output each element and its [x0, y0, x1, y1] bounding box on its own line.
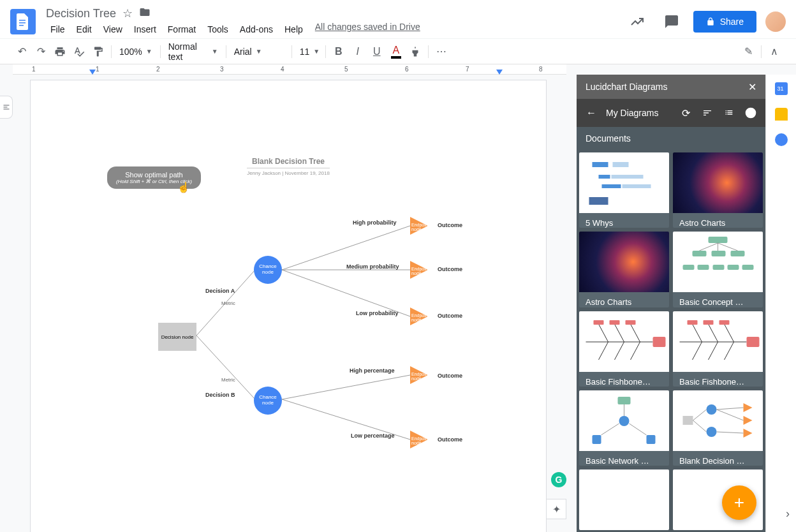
share-button[interactable]: Share [693, 11, 756, 33]
comments-icon[interactable] [659, 9, 684, 34]
metric-label-a: Metric [221, 300, 235, 306]
close-icon[interactable]: ✕ [748, 81, 756, 93]
activity-icon[interactable] [624, 9, 650, 34]
svg-marker-64 [744, 429, 753, 438]
menu-view[interactable]: View [99, 22, 127, 37]
svg-rect-55 [647, 435, 656, 444]
decision-node: Decision node [158, 323, 196, 351]
calendar-icon[interactable] [775, 82, 788, 95]
star-icon[interactable]: ☆ [122, 6, 133, 20]
svg-line-37 [631, 342, 640, 360]
svg-point-61 [707, 427, 717, 437]
diagram-card[interactable]: Basic Fishbone… [579, 311, 669, 387]
spellcheck-icon[interactable] [70, 43, 88, 61]
back-icon[interactable]: ← [584, 106, 598, 120]
svg-rect-39 [610, 320, 620, 325]
save-status[interactable]: All changes saved in Drive [315, 22, 420, 37]
outcome-label: Outcome [438, 313, 462, 319]
endpoint-node: Endpoint node [410, 217, 428, 235]
svg-rect-42 [747, 337, 760, 347]
paint-format-icon[interactable] [89, 43, 107, 61]
svg-line-29 [718, 243, 738, 251]
font-size-select[interactable]: 11▼ [296, 44, 321, 59]
low-probability-label: Low probability [356, 310, 399, 316]
collapse-icon[interactable]: ∧ [765, 43, 783, 61]
diagram-card[interactable] [579, 469, 669, 530]
endpoint-node: Endpoint node [410, 431, 428, 448]
undo-icon[interactable]: ↶ [13, 43, 31, 61]
menu-addons[interactable]: Add-ons [235, 22, 277, 37]
decision-b-label: Decision B [205, 392, 235, 398]
share-label: Share [720, 17, 744, 27]
svg-line-67 [717, 408, 744, 410]
text-color-icon[interactable]: A [387, 43, 405, 61]
svg-rect-15 [602, 184, 621, 188]
menu-tools[interactable]: Tools [203, 22, 233, 37]
more-icon[interactable]: ⋯ [432, 43, 450, 61]
edit-mode-icon[interactable]: ✎ [739, 43, 757, 61]
svg-line-28 [700, 243, 718, 251]
document-title[interactable]: Decision Tree [46, 7, 116, 20]
list-icon[interactable] [722, 106, 736, 120]
indent-marker-left[interactable] [89, 70, 96, 75]
diagram-card[interactable]: Basic Concept … [673, 232, 763, 307]
outline-tab[interactable] [0, 96, 13, 119]
diagram-card[interactable]: Basic Network … [579, 390, 669, 466]
zoom-select[interactable]: 100%▼ [115, 44, 156, 59]
menu-file[interactable]: File [46, 22, 70, 37]
add-fab[interactable]: + [722, 485, 756, 520]
svg-point-60 [707, 404, 717, 415]
menu-help[interactable]: Help [280, 22, 307, 37]
svg-line-44 [709, 324, 718, 342]
diagram-card[interactable]: 5 Whys [579, 152, 669, 228]
diagram-grid[interactable]: 5 Whys Astro Charts Astro Charts Basic C… [577, 150, 765, 532]
svg-marker-62 [744, 403, 753, 412]
svg-line-57 [601, 424, 619, 435]
svg-line-46 [693, 342, 702, 360]
indent-marker-right[interactable] [496, 70, 503, 75]
folder-icon[interactable] [139, 6, 151, 20]
bold-icon[interactable]: B [330, 43, 348, 61]
diagram-card[interactable]: Astro Charts [673, 152, 763, 228]
highlight-icon[interactable] [406, 43, 424, 61]
menu-format[interactable]: Format [163, 22, 200, 37]
tasks-icon[interactable] [775, 133, 788, 146]
refresh-icon[interactable]: ⟳ [679, 106, 693, 120]
sort-icon[interactable] [700, 106, 714, 120]
diagram-card[interactable]: Astro Charts [579, 232, 669, 307]
grammarly-badge[interactable]: G [551, 472, 566, 487]
svg-line-65 [693, 410, 707, 420]
section-title: Documents [577, 127, 765, 150]
font-select[interactable]: Arial▼ [230, 44, 288, 59]
svg-rect-19 [693, 251, 707, 256]
print-icon[interactable] [51, 43, 69, 61]
svg-rect-21 [731, 251, 745, 256]
document-canvas[interactable]: Blank Decision Tree Jenny Jackson | Nove… [0, 75, 577, 532]
explore-button[interactable]: ✦ [546, 499, 566, 519]
svg-marker-63 [744, 416, 753, 425]
docs-logo-icon[interactable] [10, 9, 36, 34]
cursor-hand-icon: ☝ [177, 181, 190, 193]
endpoint-node: Endpoint node [410, 366, 428, 384]
user-avatar[interactable] [765, 11, 786, 32]
keep-icon[interactable] [775, 108, 788, 121]
svg-line-35 [599, 342, 608, 360]
menu-edit[interactable]: Edit [72, 22, 96, 37]
rail-collapse-icon[interactable]: › [786, 507, 790, 521]
decision-a-label: Decision A [205, 288, 235, 294]
underline-icon[interactable]: U [368, 43, 386, 61]
svg-rect-51 [719, 320, 730, 325]
diagram-card[interactable]: Basic Fishbone… [673, 311, 763, 387]
account-icon[interactable] [744, 106, 758, 120]
svg-line-33 [615, 324, 624, 342]
style-select[interactable]: Normal text▼ [165, 39, 222, 64]
redo-icon[interactable]: ↷ [32, 43, 50, 61]
diagram-title: Blank Decision Tree [31, 157, 546, 166]
menu-insert[interactable]: Insert [129, 22, 161, 37]
svg-line-66 [693, 420, 707, 432]
svg-line-4 [196, 336, 255, 399]
diagram-card[interactable]: Blank Decision … [673, 390, 763, 466]
sidepanel-title: Lucidchart Diagrams [586, 82, 667, 92]
chance-node-b: Chance node [254, 387, 282, 415]
italic-icon[interactable]: I [349, 43, 367, 61]
